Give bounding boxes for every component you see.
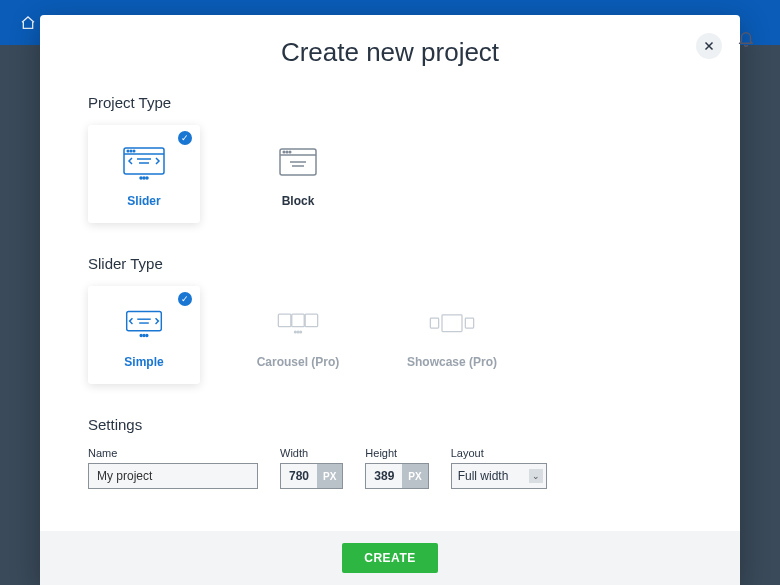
width-input[interactable] <box>281 464 317 488</box>
layout-select[interactable]: Full width ⌄ <box>451 463 547 489</box>
svg-point-20 <box>140 335 142 337</box>
slider-type-options: ✓ Simple <box>88 286 692 384</box>
svg-rect-30 <box>442 315 462 332</box>
selected-check-icon: ✓ <box>178 292 192 306</box>
showcase-icon <box>427 305 477 343</box>
name-input[interactable] <box>88 463 258 489</box>
height-input[interactable] <box>366 464 402 488</box>
height-unit: PX <box>402 464 427 488</box>
svg-point-7 <box>140 177 142 179</box>
svg-point-3 <box>130 150 132 152</box>
svg-point-22 <box>146 335 148 337</box>
svg-point-4 <box>133 150 135 152</box>
modal-title: Create new project <box>88 37 692 68</box>
home-icon <box>20 15 36 31</box>
layout-value: Full width <box>458 469 509 483</box>
slider-type-showcase: Showcase (Pro) <box>396 286 508 384</box>
svg-point-2 <box>127 150 129 152</box>
slider-type-simple[interactable]: ✓ Simple <box>88 286 200 384</box>
settings-label: Settings <box>88 416 692 433</box>
svg-point-21 <box>143 335 145 337</box>
svg-point-8 <box>143 177 145 179</box>
layout-label: Layout <box>451 447 547 459</box>
svg-point-12 <box>283 151 285 153</box>
card-label: Simple <box>124 355 163 369</box>
svg-point-28 <box>300 331 302 333</box>
card-label: Block <box>282 194 315 208</box>
slider-icon <box>119 144 169 182</box>
height-label: Height <box>365 447 428 459</box>
svg-point-9 <box>146 177 148 179</box>
selected-check-icon: ✓ <box>178 131 192 145</box>
project-type-options: ✓ Slider <box>88 125 692 223</box>
svg-point-13 <box>286 151 288 153</box>
notifications-icon[interactable] <box>732 24 760 52</box>
project-type-block[interactable]: Block <box>242 125 354 223</box>
width-field: Width PX <box>280 447 343 489</box>
svg-rect-23 <box>278 314 291 327</box>
svg-point-14 <box>289 151 291 153</box>
name-field: Name <box>88 447 258 489</box>
svg-rect-29 <box>430 318 438 328</box>
svg-rect-17 <box>127 312 162 331</box>
carousel-icon <box>273 305 323 343</box>
close-button[interactable] <box>696 33 722 59</box>
svg-rect-25 <box>305 314 318 327</box>
slider-type-label: Slider Type <box>88 255 692 272</box>
settings-row: Name Width PX Height PX Layout <box>88 447 692 489</box>
card-label: Showcase (Pro) <box>407 355 497 369</box>
close-icon <box>703 40 715 52</box>
svg-point-27 <box>297 331 299 333</box>
modal-footer: CREATE <box>40 531 740 585</box>
svg-point-26 <box>294 331 296 333</box>
height-field: Height PX <box>365 447 428 489</box>
create-project-modal: Create new project Project Type ✓ Slider <box>40 15 740 585</box>
name-label: Name <box>88 447 258 459</box>
svg-rect-24 <box>292 314 305 327</box>
width-label: Width <box>280 447 343 459</box>
create-button[interactable]: CREATE <box>342 543 437 573</box>
block-icon <box>273 144 323 182</box>
project-type-label: Project Type <box>88 94 692 111</box>
card-label: Slider <box>127 194 160 208</box>
project-type-slider[interactable]: ✓ Slider <box>88 125 200 223</box>
chevron-down-icon: ⌄ <box>529 469 543 483</box>
svg-rect-31 <box>465 318 473 328</box>
width-unit: PX <box>317 464 342 488</box>
slider-type-carousel: Carousel (Pro) <box>242 286 354 384</box>
simple-slider-icon <box>119 305 169 343</box>
layout-field: Layout Full width ⌄ <box>451 447 547 489</box>
card-label: Carousel (Pro) <box>257 355 340 369</box>
